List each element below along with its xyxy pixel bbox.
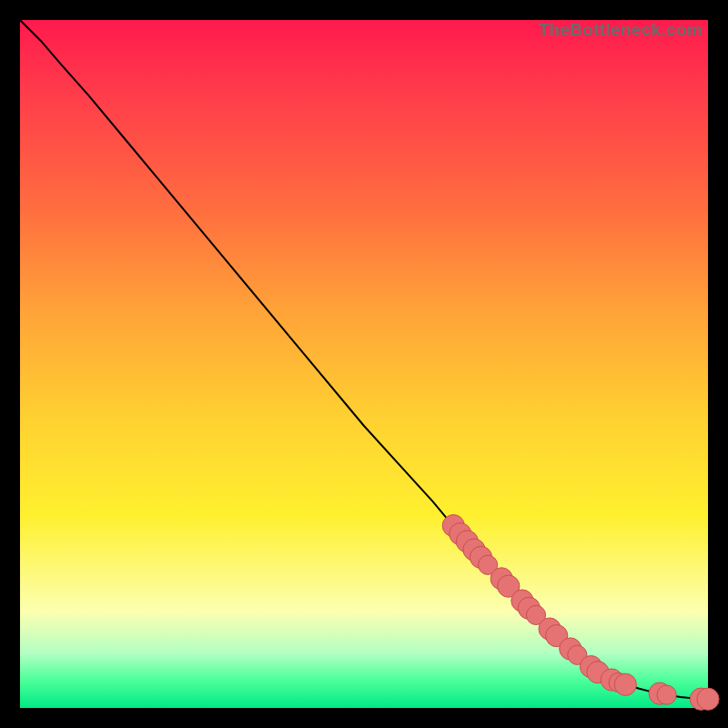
chart-stage: TheBottleneck.com	[0, 0, 728, 728]
data-markers	[442, 515, 719, 711]
chart-overlay	[20, 20, 708, 708]
data-marker	[614, 673, 636, 695]
curve-line	[20, 20, 708, 699]
plot-area: TheBottleneck.com	[20, 20, 708, 708]
data-marker	[697, 688, 719, 710]
data-marker	[657, 685, 676, 704]
